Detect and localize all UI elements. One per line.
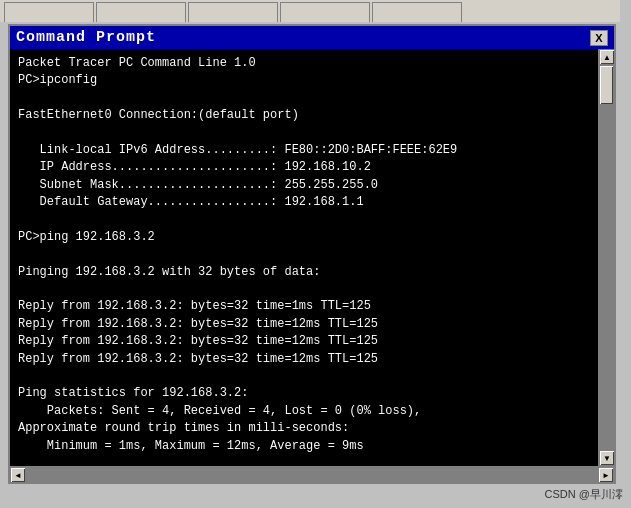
window-title: Command Prompt [16, 29, 156, 46]
tab-1[interactable] [4, 2, 94, 22]
scroll-up-button[interactable]: ▲ [599, 49, 614, 65]
tab-4[interactable] [280, 2, 370, 22]
scroll-right-button[interactable]: ► [598, 467, 614, 483]
scroll-track-horizontal[interactable] [26, 467, 598, 482]
tab-bar [0, 0, 620, 22]
tab-2[interactable] [96, 2, 186, 22]
vertical-scrollbar[interactable]: ▲ ▼ [598, 49, 614, 466]
scroll-thumb-vertical[interactable] [599, 65, 614, 105]
scroll-down-button[interactable]: ▼ [599, 450, 614, 466]
close-button[interactable]: X [590, 30, 608, 46]
tab-3[interactable] [188, 2, 278, 22]
scroll-track-vertical[interactable] [599, 65, 614, 450]
titlebar: Command Prompt X [10, 26, 614, 49]
tab-5[interactable] [372, 2, 462, 22]
scroll-left-button[interactable]: ◄ [10, 467, 26, 483]
terminal-output[interactable]: Packet Tracer PC Command Line 1.0 PC>ipc… [10, 49, 598, 466]
watermark: CSDN @早川澪 [545, 487, 623, 502]
horizontal-scrollbar[interactable]: ◄ ► [10, 466, 614, 482]
